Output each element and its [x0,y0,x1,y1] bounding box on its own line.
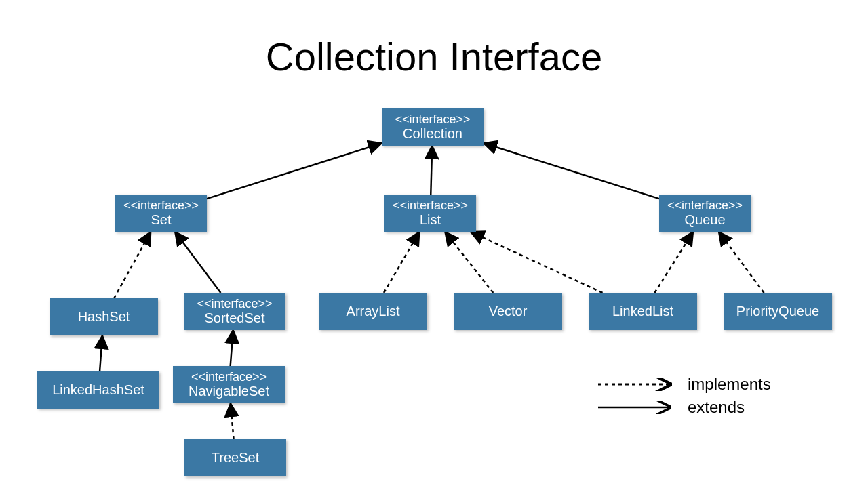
diagram-title: Collection Interface [0,34,868,79]
node-priorityq: PriorityQueue [724,293,832,330]
node-label: Vector [489,304,528,319]
node-label: List [420,212,441,228]
legend-row-implements: implements [597,373,771,396]
stereotype-label: <<interface>> [123,199,199,213]
node-treeset: TreeSet [184,439,286,476]
node-arraylist: ArrayList [319,293,427,330]
node-label: Set [151,212,171,228]
stereotype-label: <<interface>> [197,297,272,311]
legend-row-extends: extends [597,396,771,419]
node-label: LinkedHashSet [52,382,144,398]
edge-hashset-to-set [114,232,151,298]
node-linkedhs: LinkedHashSet [37,371,159,409]
edge-vector-to-list [445,232,493,293]
stereotype-label: <<interface>> [395,113,470,127]
edge-list-to-collection [431,146,432,195]
node-label: LinkedList [612,304,673,319]
edge-set-to-collection [207,143,382,199]
edge-sortedset-to-set [175,232,220,293]
legend-label: extends [688,398,745,417]
node-hashset: HashSet [50,298,158,336]
edge-linkedlist-to-list [471,232,603,293]
edge-linkedlist-to-queue [654,232,693,293]
edge-linkedhs-to-hashset [100,336,102,371]
stereotype-label: <<interface>> [393,199,468,213]
edge-arraylist-to-list [384,232,419,293]
node-label: Queue [684,212,725,228]
legend-line-dotted [597,378,678,391]
node-label: PriorityQueue [736,304,819,319]
node-set: <<interface>>Set [115,195,207,232]
node-list: <<interface>>List [384,195,476,232]
edge-treeset-to-navset [231,403,234,439]
legend: implements extends [597,373,771,419]
node-sortedset: <<interface>>SortedSet [184,293,285,330]
node-collection: <<interface>>Collection [382,108,484,146]
node-label: Collection [403,126,462,142]
node-label: ArrayList [347,304,400,319]
edge-navset-to-sortedset [231,330,233,366]
node-queue: <<interface>>Queue [659,195,751,232]
node-navset: <<interface>>NavigableSet [173,366,285,403]
node-label: SortedSet [205,310,265,326]
node-vector: Vector [454,293,562,330]
stereotype-label: <<interface>> [191,370,267,384]
node-label: TreeSet [212,450,259,466]
node-label: NavigableSet [189,384,269,399]
stereotype-label: <<interface>> [667,199,743,213]
node-label: HashSet [78,309,130,325]
edge-queue-to-collection [484,143,659,199]
legend-line-solid [597,401,678,414]
edge-priorityq-to-queue [719,232,764,293]
node-linkedlist: LinkedList [589,293,697,330]
legend-label: implements [688,375,771,394]
